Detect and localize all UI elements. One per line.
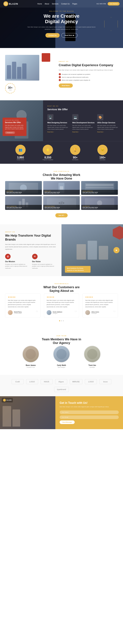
hero-subtitle: Nam liber tempor cum soluta nobis eligen… [27,26,96,30]
portfolio-tag: OUR PORTFOLIO [5,170,118,172]
nav-links: Home About Services Contact Us Pages [37,3,77,5]
about-image-area: 30+ Years [5,55,54,94]
partner-algoo: Algoo [55,379,67,384]
testimonials-section: TESTIMONIALS What Our Customers are Sayi… [0,276,123,328]
team-role-3: Developer [79,367,106,368]
check-icon-1: ✓ [59,73,61,75]
about2-play-button[interactable]: ▶ [114,247,120,253]
about-image-container [5,55,54,80]
portfolio-item-1[interactable]: WEB DESIGN Duis aute irure dolor lorem D… [5,181,42,195]
mission-card: 🎯 Our Mission Excepteur sint occaecat cu… [5,254,30,269]
dot-2[interactable] [61,320,62,321]
mission-icon: 🎯 [5,254,11,259]
figure-3 [17,67,21,79]
team-photo-1 [22,346,39,363]
svg-marker-0 [5,3,7,5]
author-role-1: Content Writer [14,313,22,314]
portfolio-grid: WEB DESIGN Duis aute irure dolor lorem D… [5,181,118,210]
dot-3[interactable] [63,320,64,321]
avatar-3 [85,310,90,315]
footer-email-input[interactable] [60,416,119,419]
nav-home[interactable]: Home [37,3,42,5]
about2-cards: 🎯 Our Mission Excepteur sint occaecat cu… [5,254,56,269]
about-stats: 30+ Years [5,83,54,94]
hex-decoration [104,17,118,31]
footer-send-button[interactable]: Send Message [60,420,75,424]
about-readmore-button[interactable]: Read More [59,84,73,88]
testimonials-grid: ★★★★★ Nam liber tempor cum soluta nobis … [5,293,118,318]
play-icon: ▶ [73,34,74,36]
about-tag: ABOUT US [59,61,118,62]
portfolio-title-3: Duis aute irure dolor lorem [82,192,117,193]
portfolio-sub-2: Duis aute irure dolor lorem Vitae [45,193,79,194]
portfolio-sub-6: Duis aute irure dolor lorem Vitae [82,208,117,209]
team-name-1: Been James [17,364,44,366]
portfolio-title-6: Duis aute irure dolor lorem [82,207,117,208]
testimonial-text-2: Nam liber tempor cum soluta nobis eligen… [47,299,76,308]
testimonial-card-2: ★★★★★ Nam liber tempor cum soluta nobis … [44,293,79,318]
nav-contact[interactable]: Contact Us [61,3,69,5]
services-overlay-tag: Services We Offer [5,120,24,121]
portfolio-item-2[interactable]: MOBILE APP Duis aute irure dolor lorem D… [43,181,80,195]
portfolio-item-6[interactable]: TECHNOLOGY Duis aute irure dolor lorem D… [81,196,118,210]
footer-cta-title: Get in Touch with Us! [60,402,119,404]
service-card-1: 🖥️ Web Designing Services Nam liber temp… [47,114,70,132]
dot-1[interactable] [59,320,60,321]
testimonials-title: What Our Customers are Saying About us [5,286,118,293]
portfolio-label-4: SOCIAL MARKETING Duis aute irure dolor l… [5,205,42,210]
service-readmore-1[interactable]: Read More › [47,131,70,132]
stat-clients-label: Global Clients [15,159,26,160]
service-icon-2: 💻 [72,114,78,120]
services-overlay-button[interactable]: Freelancer it [5,131,15,134]
logo-icon [3,1,8,6]
associates-icon: 😊 [101,148,104,152]
portfolio-item-5[interactable]: </> WEB DEVELOPMENT Duis aute irure dolo… [43,196,80,210]
stat-projects-icon-bg: ⭐ [43,145,53,155]
partner-craft: Craft [12,379,24,384]
about2-desc: Nam liber tempor cum soluta nobis eligen… [5,243,56,250]
nav-services[interactable]: Services [52,3,59,5]
testimonial-author-3: Alina Jones Developer [85,310,115,315]
projects-icon: ⭐ [46,148,50,152]
hero-title: We are Creative Digital Agency [27,13,96,24]
testimonial-text-1: Nam liber tempor cum soluta nobis eligen… [8,299,38,308]
footer-name-input[interactable] [60,410,119,414]
team-role-2: Web Designer [48,367,75,368]
navigation: BLAZIN Home About Services Contact Us Pa… [0,0,123,8]
avatar-1 [8,310,13,315]
service-icon-3: 🎨 [97,114,103,120]
logo-text: BLAZIN [9,2,18,5]
partners-section: Craft LOGO HAUS Algoo MIRUSE LOGO bsso t… [0,375,123,396]
team-section: OUR TEAM Team Members We Have in Our Age… [0,328,123,375]
services-overlay-title: Services We Offer [5,122,24,124]
years-stat: 30+ Years [5,83,15,94]
portfolio-item-3[interactable]: DIGITAL MARKETING Duis aute irure dolor … [81,181,118,195]
hero-contact-button[interactable]: Contact Us [46,33,60,38]
testimonial-card-1: ★★★★★ Nam liber tempor cum soluta nobis … [5,293,41,318]
stat-associates-label: Associates [97,159,108,160]
about-checklist: ✓ Excepteur sint occaecat cupidatat non … [59,73,118,81]
team-member-1: Been James Founder & Ceo [17,346,44,368]
nav-pages[interactable]: Pages [72,3,77,5]
service-desc-2: Nam liber tempor cum soluta nobis eligen… [72,124,95,130]
nav-about[interactable]: About [45,3,49,5]
service-readmore-3[interactable]: Read More › [97,131,120,132]
testimonial-pagination [5,320,118,321]
hero-readmore-button[interactable]: Read More ▶ [61,33,77,38]
about-title: Creative Digital Experience Company [59,63,118,67]
hero-buttons: Contact Us Read More ▶ [27,33,96,38]
nav-cta-button[interactable]: Get Started [108,2,120,6]
partners-grid: Craft LOGO HAUS Algoo MIRUSE LOGO bsso t… [5,379,118,392]
mission-title: Our Mission [5,260,30,262]
portfolio-item-4[interactable]: SOCIAL MARKETING Duis aute irure dolor l… [5,196,42,210]
portfolio-see-all-button[interactable]: See All › [55,213,67,218]
partner-typebrand: typebrand [54,387,69,392]
logo[interactable]: BLAZIN [3,1,18,6]
stat-associates-number: 180+ [97,156,108,159]
stat-associates-icon-bg: 😊 [97,145,108,155]
service-readmore-2[interactable]: Read More › [72,131,95,132]
portfolio-label-5: WEB DEVELOPMENT Duis aute irure dolor lo… [43,205,80,210]
about-section: 30+ Years ABOUT US Creative Digital Expe… [0,48,123,100]
author-role-3: Developer [91,313,99,314]
testimonial-card-3: ★★★★★ Nam liber tempor cum soluta nobis … [82,293,118,318]
